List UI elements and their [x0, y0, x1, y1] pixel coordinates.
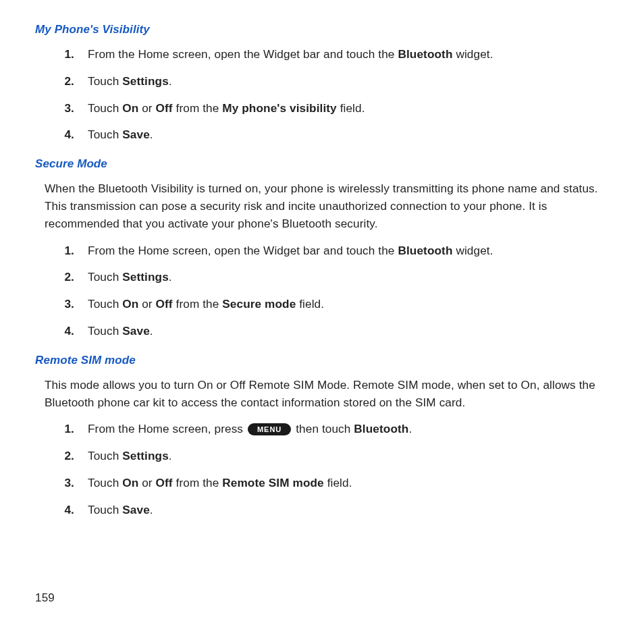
- steps-list-visibility: 1. From the Home screen, open the Widget…: [35, 46, 612, 144]
- page-number: 159: [35, 591, 55, 605]
- step-item: 2. Touch Settings.: [35, 269, 612, 286]
- step-item: 1. From the Home screen, open the Widget…: [35, 242, 612, 260]
- step-text: From the Home screen, open the Widget ba…: [88, 46, 612, 63]
- step-text: From the Home screen, press MENU then to…: [88, 421, 612, 438]
- step-number: 4.: [49, 126, 88, 144]
- step-item: 3. Touch On or Off from the My phone's v…: [35, 100, 612, 117]
- step-item: 3. Touch On or Off from the Secure mode …: [35, 296, 612, 313]
- step-text: Touch Settings.: [88, 448, 612, 465]
- step-text: Touch On or Off from the Secure mode fie…: [88, 296, 612, 313]
- section-paragraph: When the Bluetooth Visibility is turned …: [45, 180, 609, 232]
- section-paragraph: This mode allows you to turn On or Off R…: [45, 377, 609, 412]
- step-number: 3.: [49, 475, 88, 492]
- step-number: 1.: [49, 242, 88, 260]
- step-number: 4.: [49, 502, 88, 519]
- step-number: 2.: [49, 73, 88, 90]
- steps-list-secure-mode: 1. From the Home screen, open the Widget…: [35, 242, 612, 340]
- step-number: 3.: [49, 296, 88, 313]
- menu-button-icon: MENU: [248, 423, 291, 435]
- section-heading-visibility: My Phone's Visibility: [35, 23, 612, 36]
- step-number: 3.: [49, 100, 88, 117]
- step-item: 4. Touch Save.: [35, 323, 612, 340]
- step-text: Touch On or Off from the Remote SIM mode…: [88, 475, 612, 492]
- step-text: Touch On or Off from the My phone's visi…: [88, 100, 612, 117]
- step-number: 1.: [49, 421, 88, 438]
- step-number: 2.: [49, 269, 88, 286]
- step-item: 3. Touch On or Off from the Remote SIM m…: [35, 475, 612, 492]
- manual-page: My Phone's Visibility 1. From the Home s…: [0, 0, 644, 519]
- step-item: 1. From the Home screen, press MENU then…: [35, 421, 612, 438]
- step-text: Touch Save.: [88, 126, 612, 144]
- step-item: 2. Touch Settings.: [35, 73, 612, 90]
- step-number: 4.: [49, 323, 88, 340]
- step-number: 2.: [49, 448, 88, 465]
- step-item: 2. Touch Settings.: [35, 448, 612, 465]
- section-heading-secure-mode: Secure Mode: [35, 157, 612, 171]
- step-number: 1.: [49, 46, 88, 63]
- step-item: 4. Touch Save.: [35, 126, 612, 144]
- step-text: Touch Settings.: [88, 269, 612, 286]
- step-item: 4. Touch Save.: [35, 502, 612, 519]
- step-text: Touch Save.: [88, 323, 612, 340]
- step-item: 1. From the Home screen, open the Widget…: [35, 46, 612, 63]
- step-text: Touch Settings.: [88, 73, 612, 90]
- step-text: From the Home screen, open the Widget ba…: [88, 242, 612, 260]
- step-text: Touch Save.: [88, 502, 612, 519]
- steps-list-remote-sim: 1. From the Home screen, press MENU then…: [35, 421, 612, 518]
- section-heading-remote-sim: Remote SIM mode: [35, 354, 612, 367]
